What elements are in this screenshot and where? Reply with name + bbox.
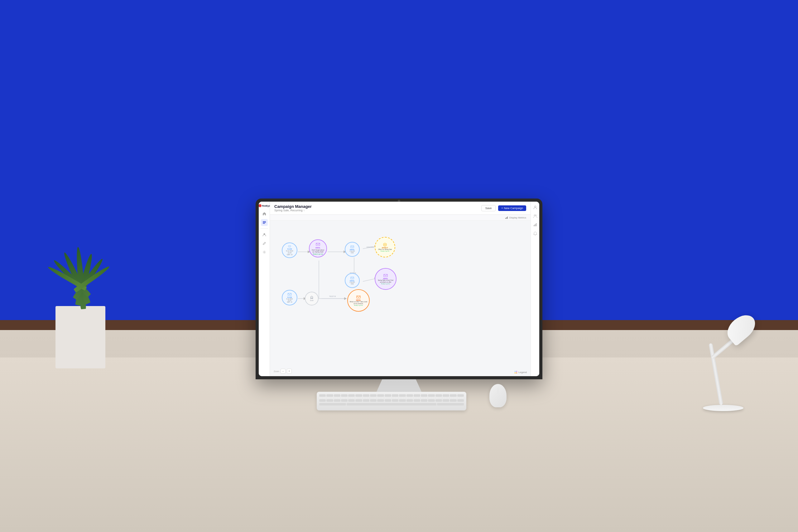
app-toolbar: Display Metrics — [270, 215, 531, 221]
canvas-controls: Zoom − + — [274, 369, 292, 374]
svg-rect-6 — [506, 217, 507, 219]
node-email-1[interactable]: EMAIL Don't forget about our Spring Sale… — [309, 239, 327, 258]
new-campaign-button[interactable]: + New Campaign — [498, 205, 526, 211]
node-email-3[interactable]: EMAIL 6 Jul 20 0:56 — [345, 273, 360, 288]
svg-rect-7 — [507, 216, 508, 219]
right-panel — [531, 202, 539, 376]
app-ui: RedEye — [259, 202, 539, 376]
svg-rect-0 — [263, 221, 266, 222]
monitor-screen: RedEye — [259, 202, 539, 376]
page-title: Campaign Manager — [274, 204, 312, 209]
svg-rect-38 — [536, 223, 537, 226]
display-metrics-label[interactable]: Display Metrics — [509, 216, 526, 219]
svg-text:TEST B: TEST B — [329, 296, 336, 297]
sidebar-item-edit[interactable] — [261, 240, 268, 247]
sidebar-item-campaigns[interactable] — [261, 219, 268, 226]
monitor-screen-outer: RedEye — [255, 198, 543, 379]
save-button[interactable]: Save — [481, 205, 496, 211]
logo-text: RedEye — [262, 205, 270, 207]
display-metrics-icon — [505, 216, 508, 219]
scene: RedEye — [0, 0, 798, 532]
svg-point-4 — [264, 251, 265, 253]
monitor: RedEye — [255, 198, 543, 411]
svg-rect-31 — [515, 373, 516, 373]
node-email-2[interactable]: EMAIL 6 Jul 20 0:56 — [345, 242, 360, 257]
svg-rect-29 — [515, 371, 516, 372]
legend-label: Legend — [518, 371, 527, 374]
svg-rect-36 — [534, 225, 535, 226]
svg-point-34 — [534, 215, 535, 216]
node-effect-3[interactable]: EMAIL What's an offer? Take a look at ou… — [347, 289, 370, 312]
lamp-base — [703, 405, 743, 411]
zoom-in-button[interactable]: + — [287, 369, 292, 374]
legend-icon — [514, 370, 517, 374]
zoom-out-button[interactable]: − — [281, 369, 286, 374]
svg-rect-32 — [516, 373, 517, 373]
node-flow-2[interactable]: FLOW 9 Jul 2022 12:10 GMT +8 — [282, 290, 297, 305]
svg-rect-5 — [505, 218, 506, 219]
svg-rect-30 — [516, 371, 517, 372]
svg-rect-2 — [263, 223, 265, 224]
plant-leaves — [59, 197, 102, 309]
keyboard — [317, 392, 466, 411]
right-panel-bell-icon[interactable] — [532, 230, 538, 236]
logo-icon — [259, 204, 262, 207]
mouse — [489, 384, 507, 407]
right-panel-group-icon[interactable] — [532, 213, 538, 219]
app-header: Campaign Manager Spring Sale, Recurring … — [270, 202, 531, 215]
sidebar: RedEye — [259, 202, 270, 376]
plant — [46, 197, 115, 368]
node-effect-1[interactable]: EFFECT Offer's on Spring Sale Ready to g… — [375, 237, 395, 258]
svg-rect-37 — [535, 224, 535, 226]
svg-point-33 — [534, 206, 536, 208]
page-subtitle: Spring Sale, Recurring ↑ — [274, 209, 312, 212]
svg-text:IGNORE: IGNORE — [366, 246, 374, 248]
logo-area: RedEye — [259, 204, 270, 207]
svg-rect-1 — [263, 222, 266, 223]
node-flow-1[interactable]: FLOW 9 Jul 2022 12:20 GMT +8 — [282, 243, 297, 258]
header-right: Save + New Campaign — [481, 205, 526, 211]
sidebar-divider — [261, 228, 268, 229]
node-draft[interactable]: Draft — [305, 292, 319, 305]
new-campaign-label: New Campaign — [504, 207, 523, 210]
lamp — [692, 318, 754, 411]
keyboard-keys — [317, 392, 466, 399]
svg-point-35 — [535, 215, 536, 216]
sidebar-item-settings[interactable] — [261, 249, 268, 255]
right-panel-person-icon[interactable] — [532, 204, 538, 210]
zoom-label: Zoom — [274, 370, 279, 373]
plus-icon: + — [501, 207, 503, 210]
canvas-area[interactable]: IGNORE TEST A TEST B FLOW — [270, 221, 531, 376]
sidebar-item-contacts[interactable] — [261, 231, 268, 238]
header-left: Campaign Manager Spring Sale, Recurring … — [274, 204, 312, 212]
sidebar-item-home[interactable] — [261, 210, 268, 217]
node-effect-2[interactable]: EMAIL Spring Sale is here! Find out what… — [375, 268, 397, 290]
plant-pot — [56, 306, 106, 368]
legend-button[interactable]: Legend — [514, 370, 527, 374]
right-panel-chart-icon[interactable] — [532, 222, 538, 228]
main-content: Campaign Manager Spring Sale, Recurring … — [270, 202, 531, 376]
